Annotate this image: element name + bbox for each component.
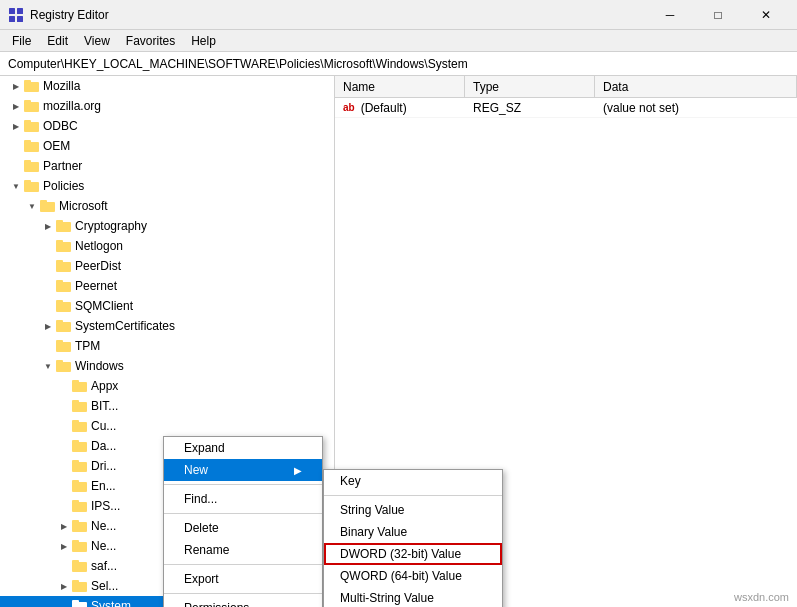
expand-icon-mozillaorg[interactable]: ▶ — [8, 98, 24, 114]
list-header: Name Type Data — [335, 76, 797, 98]
svg-rect-21 — [56, 240, 63, 244]
watermark: wsxdn.com — [734, 591, 789, 603]
svg-rect-49 — [72, 520, 79, 524]
tree-item-microsoft[interactable]: ▼ Microsoft — [0, 196, 334, 216]
expand-icon-policies[interactable]: ▼ — [8, 178, 24, 194]
tree-label-dri: Dri... — [91, 459, 116, 473]
folder-icon-sel — [72, 579, 88, 593]
tree-item-mozilla[interactable]: ▶ Mozilla — [0, 76, 334, 96]
ctx-delete[interactable]: Delete — [164, 517, 322, 539]
tree-label-ips: IPS... — [91, 499, 120, 513]
svg-rect-57 — [72, 600, 79, 604]
folder-icon-da — [72, 439, 88, 453]
cell-data-default: (value not set) — [595, 101, 797, 115]
folder-icon-systemcerts — [56, 319, 72, 333]
sub-ctx-binary-value[interactable]: Binary Value — [324, 521, 502, 543]
ctx-expand[interactable]: Expand — [164, 437, 322, 459]
menu-file[interactable]: File — [4, 32, 39, 50]
expand-icon-odbc[interactable]: ▶ — [8, 118, 24, 134]
svg-rect-35 — [72, 380, 79, 384]
ctx-permissions[interactable]: Permissions... — [164, 597, 322, 607]
tree-item-oem[interactable]: ▶ OEM — [0, 136, 334, 156]
svg-rect-17 — [40, 200, 47, 204]
svg-rect-23 — [56, 260, 63, 264]
tree-label-cryptography: Cryptography — [75, 219, 147, 233]
sub-context-menu: Key String Value Binary Value DWORD (32-… — [323, 469, 503, 607]
tree-item-peerdist[interactable]: ▶ PeerDist — [0, 256, 334, 276]
ctx-new[interactable]: New ▶ — [164, 459, 322, 481]
ctx-find[interactable]: Find... — [164, 488, 322, 510]
tree-label-en: En... — [91, 479, 116, 493]
expand-icon-windows[interactable]: ▼ — [40, 358, 56, 374]
sub-ctx-key[interactable]: Key — [324, 470, 502, 492]
expand-icon-sel[interactable]: ▶ — [56, 578, 72, 594]
tree-label-bits: BIT... — [91, 399, 118, 413]
expand-icon-systemcerts[interactable]: ▶ — [40, 318, 56, 334]
expand-icon-cryptography[interactable]: ▶ — [40, 218, 56, 234]
col-header-data[interactable]: Data — [595, 76, 797, 97]
ctx-divider-2 — [164, 513, 322, 514]
menu-favorites[interactable]: Favorites — [118, 32, 183, 50]
tree-label-microsoft: Microsoft — [59, 199, 108, 213]
expand-icon-microsoft[interactable]: ▼ — [24, 198, 40, 214]
sub-ctx-qword-value[interactable]: QWORD (64-bit) Value — [324, 565, 502, 587]
tree-item-mozillaorg[interactable]: ▶ mozilla.org — [0, 96, 334, 116]
tree-item-partner[interactable]: ▶ Partner — [0, 156, 334, 176]
cell-type-default: REG_SZ — [465, 101, 595, 115]
menu-view[interactable]: View — [76, 32, 118, 50]
main-content: ▶ Mozilla ▶ mozilla.org ▶ ODB — [0, 76, 797, 607]
ab-icon: ab — [343, 102, 355, 113]
sub-ctx-multi-string[interactable]: Multi-String Value — [324, 587, 502, 607]
svg-rect-15 — [24, 180, 31, 184]
tree-item-bits[interactable]: ▶ BIT... — [0, 396, 334, 416]
tree-item-netlogon[interactable]: ▶ Netlogon — [0, 236, 334, 256]
folder-icon-windows — [56, 359, 72, 373]
col-header-name[interactable]: Name — [335, 76, 465, 97]
menu-edit[interactable]: Edit — [39, 32, 76, 50]
tree-item-policies[interactable]: ▼ Policies — [0, 176, 334, 196]
tree-label-tpm: TPM — [75, 339, 100, 353]
svg-rect-9 — [24, 120, 31, 124]
expand-icon-ne1[interactable]: ▶ — [56, 518, 72, 534]
tree-label-partner: Partner — [43, 159, 82, 173]
ctx-rename[interactable]: Rename — [164, 539, 322, 561]
list-row-default[interactable]: ab (Default) REG_SZ (value not set) — [335, 98, 797, 118]
tree-item-odbc[interactable]: ▶ ODBC — [0, 116, 334, 136]
svg-rect-7 — [24, 100, 31, 104]
sub-ctx-divider-1 — [324, 495, 502, 496]
tree-item-appx[interactable]: ▶ Appx — [0, 376, 334, 396]
close-button[interactable]: ✕ — [743, 0, 789, 30]
col-header-type[interactable]: Type — [465, 76, 595, 97]
folder-icon-oem — [24, 139, 40, 153]
expand-icon-mozilla[interactable]: ▶ — [8, 78, 24, 94]
tree-label-oem: OEM — [43, 139, 70, 153]
tree-item-cryptography[interactable]: ▶ Cryptography — [0, 216, 334, 236]
expand-icon-ne2[interactable]: ▶ — [56, 538, 72, 554]
app-title: Registry Editor — [30, 8, 109, 22]
tree-item-sqmclient[interactable]: ▶ SQMClient — [0, 296, 334, 316]
menu-help[interactable]: Help — [183, 32, 224, 50]
tree-label-netlogon: Netlogon — [75, 239, 123, 253]
tree-item-windows[interactable]: ▼ Windows — [0, 356, 334, 376]
tree-label-cu: Cu... — [91, 419, 116, 433]
folder-icon-bits — [72, 399, 88, 413]
tree-item-peernet[interactable]: ▶ Peernet — [0, 276, 334, 296]
svg-rect-2 — [9, 16, 15, 22]
svg-rect-1 — [17, 8, 23, 14]
cell-name-default: ab (Default) — [335, 101, 465, 115]
ctx-export[interactable]: Export — [164, 568, 322, 590]
sub-ctx-dword-value[interactable]: DWORD (32-bit) Value — [324, 543, 502, 565]
folder-icon-dri — [72, 459, 88, 473]
tree-item-systemcerts[interactable]: ▶ SystemCertificates — [0, 316, 334, 336]
tree-item-tpm[interactable]: ▶ TPM — [0, 336, 334, 356]
minimize-button[interactable]: ─ — [647, 0, 693, 30]
folder-icon-cryptography — [56, 219, 72, 233]
tree-item-cu[interactable]: ▶ Cu... — [0, 416, 334, 436]
svg-rect-11 — [24, 140, 31, 144]
svg-rect-41 — [72, 440, 79, 444]
folder-icon-ne2 — [72, 539, 88, 553]
sub-ctx-string-value[interactable]: String Value — [324, 499, 502, 521]
tree-label-odbc: ODBC — [43, 119, 78, 133]
svg-rect-37 — [72, 400, 79, 404]
maximize-button[interactable]: □ — [695, 0, 741, 30]
